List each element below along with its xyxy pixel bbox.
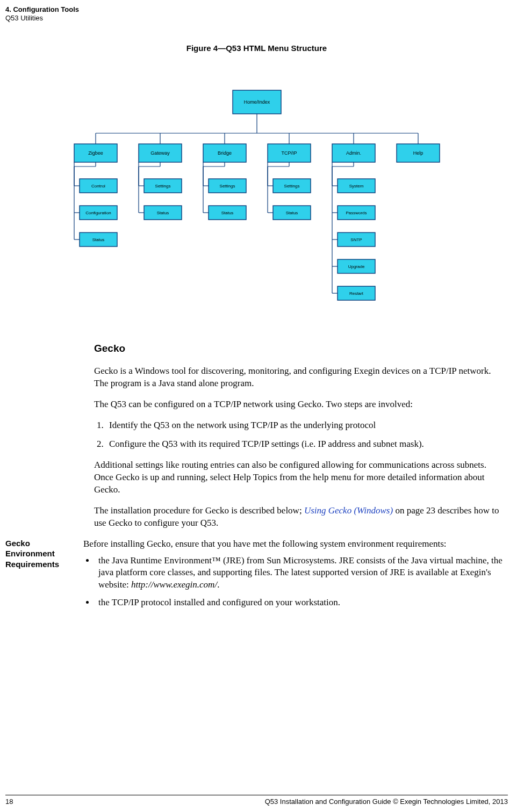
step-1: Identify the Q53 on the network using TC… — [106, 419, 503, 432]
header-chapter: 4. Configuration Tools — [5, 5, 508, 14]
svg-text:Passwords: Passwords — [346, 211, 367, 215]
svg-text:Admin.: Admin. — [346, 150, 361, 156]
env-bullets: the Java Runtime Environment™ (JRE) from… — [95, 555, 508, 610]
svg-text:TCP/IP: TCP/IP — [281, 150, 297, 156]
svg-text:Status: Status — [221, 211, 233, 215]
svg-text:Status: Status — [285, 211, 298, 215]
svg-text:Configuration: Configuration — [85, 211, 111, 215]
gecko-heading: Gecko — [94, 343, 508, 354]
svg-text:Zigbee: Zigbee — [88, 150, 103, 156]
exegin-website: http://www.exegin.com/ — [131, 579, 217, 590]
svg-text:Help: Help — [413, 150, 423, 156]
paragraph-3: Additional settings like routing entries… — [94, 459, 503, 496]
step-2: Configure the Q53 with its required TCP/… — [106, 438, 503, 451]
svg-text:Settings: Settings — [219, 184, 235, 189]
figure-caption: Figure 4—Q53 HTML Menu Structure — [5, 44, 508, 53]
svg-text:Upgrade: Upgrade — [348, 264, 364, 269]
p4-pre: The installation procedure for Gecko is … — [94, 505, 304, 516]
svg-text:Status: Status — [92, 237, 104, 242]
svg-text:SNTP: SNTP — [350, 237, 362, 242]
page-number: 18 — [5, 798, 13, 806]
paragraph-2: The Q53 can be configured on a TCP/IP ne… — [94, 398, 503, 411]
svg-text:Bridge: Bridge — [217, 150, 231, 156]
menu-structure-diagram: Home/IndexZigbeeGatewayBridgeTCP/IPAdmin… — [5, 85, 508, 310]
using-gecko-link[interactable]: Using Gecko (Windows) — [304, 505, 393, 516]
svg-text:Settings: Settings — [284, 184, 299, 189]
running-header: 4. Configuration Tools Q53 Utilities — [5, 5, 508, 22]
env-bullet-1: the Java Runtime Environment™ (JRE) from… — [95, 555, 508, 592]
diagram-svg: Home/IndexZigbeeGatewayBridgeTCP/IPAdmin… — [53, 85, 461, 310]
svg-text:Home/Index: Home/Index — [243, 99, 270, 105]
svg-text:Control: Control — [91, 184, 105, 189]
paragraph-1: Gecko is a Windows tool for discovering,… — [94, 365, 503, 390]
env-bullet-2: the TCP/IP protocol installed and config… — [95, 597, 508, 609]
svg-text:Settings: Settings — [155, 184, 170, 189]
svg-text:System: System — [349, 184, 363, 189]
env-requirements-label: Gecko Environment Requirements — [5, 538, 83, 570]
header-section: Q53 Utilities — [5, 14, 508, 23]
paragraph-4: The installation procedure for Gecko is … — [94, 505, 503, 530]
page-footer: 18 Q53 Installation and Configuration Gu… — [5, 795, 508, 806]
svg-text:Status: Status — [156, 211, 169, 215]
svg-text:Gateway: Gateway — [150, 150, 170, 156]
steps-list: Identify the Q53 on the network using TC… — [106, 419, 503, 451]
footer-right: Q53 Installation and Configuration Guide… — [265, 798, 508, 806]
svg-text:Restart: Restart — [349, 291, 364, 296]
env-intro: Before installing Gecko, ensure that you… — [83, 538, 508, 550]
